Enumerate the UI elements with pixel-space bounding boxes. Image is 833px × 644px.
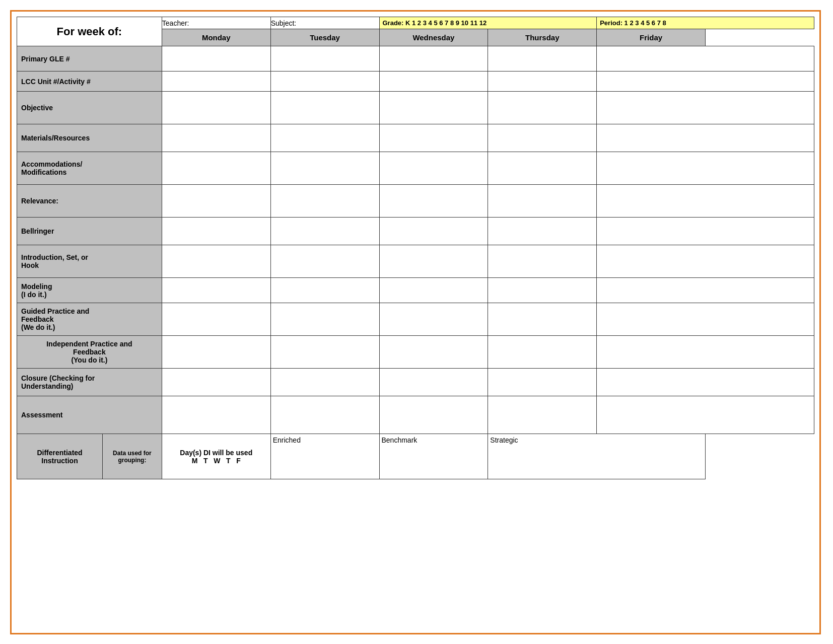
- table-row: Accommodations/Modifications: [17, 152, 814, 185]
- bellringer-monday[interactable]: [162, 218, 270, 245]
- intro-thursday[interactable]: [488, 245, 597, 278]
- wednesday-header: Wednesday: [379, 29, 488, 46]
- independent-wednesday[interactable]: [379, 336, 488, 369]
- week-label: For week of:: [17, 17, 162, 46]
- bellringer-friday[interactable]: [597, 218, 814, 245]
- guided-tuesday[interactable]: [270, 303, 379, 336]
- intro-wednesday[interactable]: [379, 245, 488, 278]
- gle-monday[interactable]: [162, 46, 270, 71]
- intro-tuesday[interactable]: [270, 245, 379, 278]
- closure-thursday[interactable]: [488, 369, 597, 396]
- header-row-1: For week of: Teacher: Subject: Grade: K …: [17, 17, 814, 29]
- accommodations-tuesday[interactable]: [270, 152, 379, 185]
- relevance-monday[interactable]: [162, 185, 270, 218]
- table-row: Assessment: [17, 396, 814, 434]
- objective-thursday[interactable]: [488, 92, 597, 124]
- di-data-label: Data used forgrouping:: [103, 434, 162, 479]
- di-enriched[interactable]: Enriched: [270, 434, 379, 479]
- table-row: Introduction, Set, orHook: [17, 245, 814, 278]
- relevance-friday[interactable]: [597, 185, 814, 218]
- modeling-friday[interactable]: [597, 278, 814, 303]
- row-label-gle: Primary GLE #: [17, 46, 162, 71]
- gle-friday[interactable]: [597, 46, 814, 71]
- relevance-thursday[interactable]: [488, 185, 597, 218]
- modeling-wednesday[interactable]: [379, 278, 488, 303]
- modeling-tuesday[interactable]: [270, 278, 379, 303]
- accommodations-friday[interactable]: [597, 152, 814, 185]
- materials-friday[interactable]: [597, 124, 814, 152]
- table-row: Relevance:: [17, 185, 814, 218]
- closure-tuesday[interactable]: [270, 369, 379, 396]
- bellringer-wednesday[interactable]: [379, 218, 488, 245]
- guided-thursday[interactable]: [488, 303, 597, 336]
- closure-wednesday[interactable]: [379, 369, 488, 396]
- friday-header: Friday: [597, 29, 706, 46]
- independent-monday[interactable]: [162, 336, 270, 369]
- intro-friday[interactable]: [597, 245, 814, 278]
- lcc-wednesday[interactable]: [379, 71, 488, 92]
- period-values: 1 2 3 4 5 6 7 8: [624, 19, 666, 27]
- guided-monday[interactable]: [162, 303, 270, 336]
- relevance-tuesday[interactable]: [270, 185, 379, 218]
- closure-monday[interactable]: [162, 369, 270, 396]
- table-row: Materials/Resources: [17, 124, 814, 152]
- bellringer-thursday[interactable]: [488, 218, 597, 245]
- lcc-tuesday[interactable]: [270, 71, 379, 92]
- assessment-monday[interactable]: [162, 396, 270, 434]
- gle-tuesday[interactable]: [270, 46, 379, 71]
- table-row: LCC Unit #/Activity #: [17, 71, 814, 92]
- row-label-intro: Introduction, Set, orHook: [17, 245, 162, 278]
- objective-wednesday[interactable]: [379, 92, 488, 124]
- di-label: DifferentiatedInstruction: [17, 434, 103, 479]
- di-days-cell[interactable]: Day(s) DI will be usedM T W T F: [162, 434, 270, 479]
- materials-monday[interactable]: [162, 124, 270, 152]
- subject-cell[interactable]: Subject:: [270, 17, 379, 29]
- modeling-thursday[interactable]: [488, 278, 597, 303]
- di-row: DifferentiatedInstruction Data used forg…: [17, 434, 814, 479]
- table-row: Bellringer: [17, 218, 814, 245]
- intro-monday[interactable]: [162, 245, 270, 278]
- accommodations-thursday[interactable]: [488, 152, 597, 185]
- objective-friday[interactable]: [597, 92, 814, 124]
- objective-tuesday[interactable]: [270, 92, 379, 124]
- objective-monday[interactable]: [162, 92, 270, 124]
- row-label-bellringer: Bellringer: [17, 218, 162, 245]
- row-label-closure: Closure (Checking forUnderstanding): [17, 369, 162, 396]
- row-label-guided: Guided Practice andFeedback(We do it.): [17, 303, 162, 336]
- lcc-monday[interactable]: [162, 71, 270, 92]
- modeling-monday[interactable]: [162, 278, 270, 303]
- lcc-friday[interactable]: [597, 71, 814, 92]
- materials-tuesday[interactable]: [270, 124, 379, 152]
- assessment-friday[interactable]: [597, 396, 814, 434]
- guided-wednesday[interactable]: [379, 303, 488, 336]
- row-label-lcc: LCC Unit #/Activity #: [17, 71, 162, 92]
- assessment-wednesday[interactable]: [379, 396, 488, 434]
- relevance-wednesday[interactable]: [379, 185, 488, 218]
- row-label-independent: Independent Practice andFeedback(You do …: [17, 336, 162, 369]
- di-benchmark[interactable]: Benchmark: [379, 434, 488, 479]
- assessment-tuesday[interactable]: [270, 396, 379, 434]
- accommodations-wednesday[interactable]: [379, 152, 488, 185]
- accommodations-monday[interactable]: [162, 152, 270, 185]
- assessment-thursday[interactable]: [488, 396, 597, 434]
- guided-friday[interactable]: [597, 303, 814, 336]
- independent-thursday[interactable]: [488, 336, 597, 369]
- gle-thursday[interactable]: [488, 46, 597, 71]
- independent-friday[interactable]: [597, 336, 814, 369]
- materials-wednesday[interactable]: [379, 124, 488, 152]
- materials-thursday[interactable]: [488, 124, 597, 152]
- table-row: Independent Practice andFeedback(You do …: [17, 336, 814, 369]
- teacher-cell[interactable]: Teacher:: [162, 17, 270, 29]
- lesson-plan-table: For week of: Teacher: Subject: Grade: K …: [17, 17, 814, 479]
- bellringer-tuesday[interactable]: [270, 218, 379, 245]
- independent-tuesday[interactable]: [270, 336, 379, 369]
- di-strategic[interactable]: Strategic: [488, 434, 706, 479]
- closure-friday[interactable]: [597, 369, 814, 396]
- table-row: Primary GLE #: [17, 46, 814, 71]
- table-row: Closure (Checking forUnderstanding): [17, 369, 814, 396]
- row-label-objective: Objective: [17, 92, 162, 124]
- period-cell: Period: 1 2 3 4 5 6 7 8: [597, 17, 814, 29]
- lcc-thursday[interactable]: [488, 71, 597, 92]
- table-row: Objective: [17, 92, 814, 124]
- gle-wednesday[interactable]: [379, 46, 488, 71]
